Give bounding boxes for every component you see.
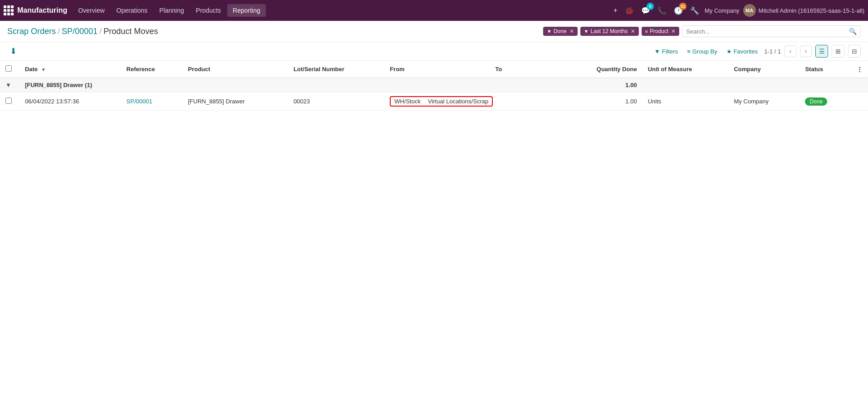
breadcrumb-row: Scrap Orders / SP/00001 / Product Moves … — [0, 21, 868, 42]
col-company-label: Company — [734, 66, 760, 73]
cell-quantity-done: 1.00 — [562, 92, 642, 111]
col-more-options[interactable]: ⋮ — [851, 61, 868, 78]
toolbar-left: ⬇ — [7, 45, 20, 57]
cell-product: [FURN_8855] Drawer — [182, 92, 288, 111]
cell-lot-serial: 00023 — [288, 92, 384, 111]
select-all-checkbox[interactable] — [5, 65, 12, 72]
row-checkbox-cell[interactable] — [0, 92, 20, 111]
chat-icon[interactable]: 💬 5 — [639, 5, 652, 17]
menu-overview[interactable]: Overview — [73, 4, 110, 17]
search-input[interactable] — [686, 28, 849, 35]
favorites-button[interactable]: ★ Favorites — [724, 46, 760, 57]
menu-planning[interactable]: Planning — [154, 4, 190, 17]
row-checkbox[interactable] — [5, 97, 12, 104]
filter-last12months-close[interactable]: ✕ — [631, 28, 635, 34]
main-menu: Overview Operations Planning Products Re… — [73, 4, 609, 17]
filter-done-close[interactable]: ✕ — [569, 28, 574, 34]
group-toggle-cell[interactable]: ▼ — [0, 78, 20, 92]
col-to-label: To — [495, 66, 502, 73]
search-area: ▼ Done ✕ ▼ Last 12 Months ✕ ≡ Product ✕ … — [543, 25, 861, 37]
view-pivot-button[interactable]: ⊟ — [848, 45, 861, 58]
reference-link[interactable]: SP/00001 — [127, 98, 152, 105]
col-from[interactable]: From — [384, 61, 490, 78]
group-toggle-icon[interactable]: ▼ — [5, 82, 11, 88]
cell-date: 06/04/2022 13:57:36 — [20, 92, 121, 111]
col-product-label: Product — [188, 66, 210, 73]
col-status-label: Status — [805, 66, 823, 73]
download-button[interactable]: ⬇ — [7, 45, 20, 57]
filter-last12months-label: Last 12 Months — [590, 28, 628, 34]
add-button[interactable]: + — [612, 5, 619, 16]
col-reference-label: Reference — [127, 66, 155, 73]
cell-to: Virtual Locations/Scrap — [428, 98, 488, 105]
cell-status: Done — [799, 92, 851, 111]
pagination-prev[interactable]: ‹ — [785, 45, 796, 57]
clock-icon[interactable]: 🕐 31 — [672, 5, 685, 17]
chat-badge: 5 — [647, 3, 654, 10]
toolbar-right: ▼ Filters ≡ Group By ★ Favorites 1-1 / 1… — [652, 45, 861, 58]
search-icon[interactable]: 🔍 — [849, 28, 857, 35]
filter-funnel-icon-2: ▼ — [584, 29, 589, 34]
settings-icon[interactable]: 🔧 — [688, 5, 701, 17]
pagination-next[interactable]: › — [800, 45, 812, 57]
col-date-label: Date — [25, 66, 38, 73]
filter-done[interactable]: ▼ Done ✕ — [543, 27, 578, 36]
breadcrumb: Scrap Orders / SP/00001 / Product Moves — [7, 27, 158, 36]
group-row-furn8855: ▼ [FURN_8855] Drawer (1) 1.00 — [0, 78, 868, 92]
debug-icon[interactable]: 🐞 — [623, 5, 636, 17]
breadcrumb-sep-2: / — [99, 27, 102, 36]
table-row: 06/04/2022 13:57:36 SP/00001 [FURN_8855]… — [0, 92, 868, 111]
filter-product-close[interactable]: ✕ — [671, 28, 676, 34]
cell-from-to: WH/Stock Virtual Locations/Scrap — [384, 92, 562, 111]
main-content: Scrap Orders / SP/00001 / Product Moves … — [0, 21, 868, 404]
col-uom-label: Unit of Measure — [648, 66, 692, 73]
apps-grid-icon[interactable] — [4, 5, 14, 15]
user-menu[interactable]: MA Mitchell Admin (16165925-saas-15-1-al… — [743, 4, 864, 17]
filter-last12months[interactable]: ▼ Last 12 Months ✕ — [580, 27, 639, 36]
col-reference[interactable]: Reference — [121, 61, 183, 78]
col-quantity-done-label: Quantity Done — [597, 66, 637, 73]
col-company[interactable]: Company — [728, 61, 799, 78]
col-product[interactable]: Product — [182, 61, 288, 78]
user-avatar: MA — [743, 4, 756, 17]
col-unit-of-measure[interactable]: Unit of Measure — [642, 61, 729, 78]
toolbar-row: ⬇ ▼ Filters ≡ Group By ★ Favorites 1-1 /… — [0, 42, 868, 61]
filter-funnel-icon: ▼ — [547, 29, 552, 34]
breadcrumb-sp00001[interactable]: SP/00001 — [62, 27, 98, 36]
filters-button[interactable]: ▼ Filters — [652, 46, 681, 57]
col-date[interactable]: Date ▼ — [20, 61, 121, 78]
pagination-info: 1-1 / 1 — [764, 48, 781, 55]
app-brand[interactable]: Manufacturing — [4, 5, 67, 15]
breadcrumb-scrap-orders[interactable]: Scrap Orders — [7, 27, 56, 36]
filter-done-label: Done — [554, 28, 567, 34]
breadcrumb-product-moves: Product Moves — [103, 27, 158, 36]
view-list-button[interactable]: ☰ — [815, 45, 828, 58]
menu-operations[interactable]: Operations — [111, 4, 153, 17]
groupby-button[interactable]: ≡ Group By — [684, 46, 720, 57]
company-selector[interactable]: My Company — [705, 7, 740, 14]
col-status[interactable]: Status — [799, 61, 851, 78]
phone-icon[interactable]: 📞 — [656, 5, 668, 17]
groupby-label: Group By — [692, 48, 717, 55]
table-container: Date ▼ Reference Product Lot/Serial Numb… — [0, 61, 868, 111]
cell-reference[interactable]: SP/00001 — [121, 92, 183, 111]
sort-date-icon: ▼ — [41, 67, 46, 72]
view-kanban-button[interactable]: ⊞ — [832, 45, 844, 58]
col-quantity-done[interactable]: Quantity Done — [562, 61, 642, 78]
col-lot-serial-label: Lot/Serial Number — [294, 66, 344, 73]
col-to[interactable]: To — [490, 61, 562, 78]
cell-row-options — [851, 92, 868, 111]
menu-reporting[interactable]: Reporting — [227, 4, 266, 17]
filter-product[interactable]: ≡ Product ✕ — [642, 27, 680, 36]
favorites-label: Favorites — [734, 48, 758, 55]
cell-from: WH/Stock — [394, 98, 421, 105]
col-lot-serial[interactable]: Lot/Serial Number — [288, 61, 384, 78]
status-badge: Done — [805, 97, 827, 106]
menu-products[interactable]: Products — [191, 4, 226, 17]
col-select-all[interactable] — [0, 61, 20, 78]
app-title: Manufacturing — [17, 6, 67, 15]
top-navigation: Manufacturing Overview Operations Planni… — [0, 0, 868, 21]
col-from-label: From — [390, 66, 405, 73]
filters-label: Filters — [662, 48, 678, 55]
search-box[interactable]: 🔍 — [682, 25, 861, 37]
